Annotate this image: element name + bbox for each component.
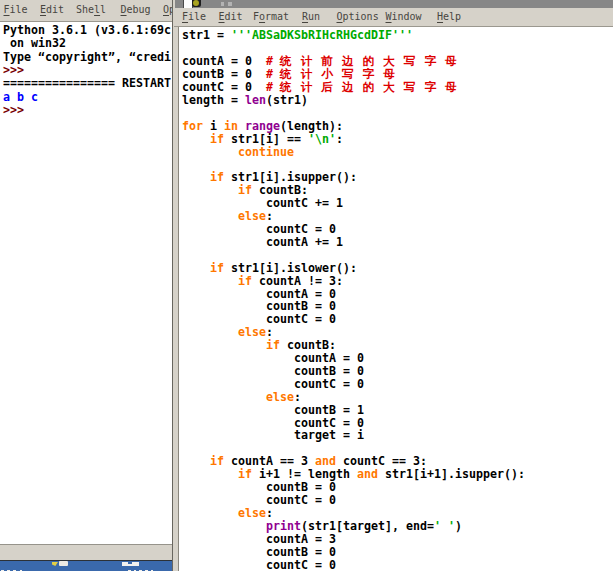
- menu-item-help[interactable]: Help: [437, 8, 461, 26]
- background-button-fragment: [128, 562, 132, 564]
- menu-item-edit[interactable]: Edit: [219, 8, 243, 26]
- shell-line: Python 3.6.1 (v3.6.1:69c: [3, 24, 171, 37]
- menu-item-run[interactable]: Run: [302, 8, 320, 26]
- menu-item-shell[interactable]: Shell: [76, 0, 106, 20]
- shell-line: ================ RESTART: [3, 77, 171, 90]
- background-icon-fragment: [59, 561, 68, 566]
- menu-item-debug[interactable]: Debug: [121, 0, 151, 20]
- background-icon-fragment: [52, 562, 58, 566]
- shell-text: Python 3.6.1 (v3.6.1:69c on win32Type “c…: [3, 24, 171, 117]
- menu-item-window[interactable]: Window: [386, 8, 422, 26]
- code-line: str1 = '''ABSaDKSbRIHcRHGcdDIF''': [182, 29, 525, 42]
- shell-menubar: FileEditShellDebugOptions: [0, 0, 173, 22]
- code-line: countC = 0: [182, 559, 525, 571]
- shell-line: Type “copyright”, “credi: [3, 51, 171, 64]
- editor-title-text-fragment: [228, 2, 232, 6]
- shell-status-bar: [0, 544, 173, 561]
- background-window-strip: [0, 560, 173, 571]
- menu-item-edit[interactable]: Edit: [40, 0, 64, 20]
- editor-menubar: FileEditFormatRunOptionsWindowHelp: [174, 8, 613, 27]
- shell-window: FileEditShellDebugOptions Python 3.6.1 (…: [0, 0, 173, 560]
- code-line: target = i: [182, 429, 525, 442]
- editor-titlebar[interactable]: [175, 0, 613, 8]
- code-line: continue: [182, 146, 525, 159]
- shell-line: >>>: [3, 64, 171, 77]
- menu-item-file[interactable]: File: [182, 8, 206, 26]
- editor-code: str1 = '''ABSaDKSbRIHcRHGcdDIF''' countA…: [182, 29, 525, 571]
- editor-text-area[interactable]: str1 = '''ABSaDKSbRIHcRHGcdDIF''' countA…: [178, 27, 613, 571]
- shell-line: on win32: [3, 37, 171, 50]
- editor-title-text-fragment: [221, 2, 224, 6]
- code-line: length = len(str1): [182, 94, 525, 107]
- python-file-icon: [193, 0, 199, 6]
- code-line: countA += 1: [182, 236, 525, 249]
- shell-text-area[interactable]: Python 3.6.1 (v3.6.1:69c on win32Type “c…: [0, 22, 172, 544]
- menu-item-file[interactable]: File: [4, 0, 28, 20]
- menu-item-options[interactable]: Options: [337, 8, 379, 26]
- menu-item-format[interactable]: Format: [253, 8, 289, 26]
- shell-line: >>>: [3, 104, 171, 117]
- desktop-screenshot: FileEditShellDebugOptions Python 3.6.1 (…: [0, 0, 613, 571]
- editor-window: FileEditFormatRunOptionsWindowHelp str1 …: [172, 0, 613, 571]
- shell-line: a b c: [3, 91, 171, 104]
